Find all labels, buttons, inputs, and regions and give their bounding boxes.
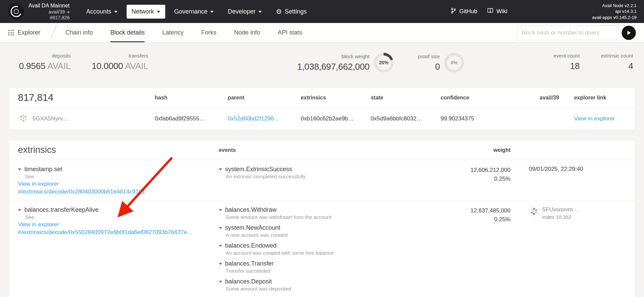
runtime-version[interactable]: avail/39 xyxy=(28,9,70,15)
summary-event-count: event count 18 xyxy=(554,53,580,71)
column-state: state xyxy=(371,95,441,101)
chevron-down-icon[interactable] xyxy=(18,168,21,170)
wiki-link[interactable]: Wiki xyxy=(487,8,507,15)
search-go-button[interactable] xyxy=(622,26,636,40)
summary-extrinsic-count: extrinsic count 4 xyxy=(601,53,633,71)
event-name: system.ExtrinsicSuccess xyxy=(225,166,292,173)
column-extrinsics: extrinsics xyxy=(301,95,371,101)
best-block-number: #817,826 xyxy=(28,15,70,21)
play-icon xyxy=(626,30,631,36)
top-nav: Avail DA Mainnet avail/39 #817,826 Accou… xyxy=(0,0,644,23)
extrinsic-decode-link[interactable]: #/extrinsics/decode/0x55028400972e6b0f1d… xyxy=(18,229,219,236)
column-runtime: avail/39 xyxy=(508,95,559,101)
column-parent: parent xyxy=(228,95,301,101)
parent-hash-link[interactable]: 0x52d60bd2f1296… xyxy=(228,115,301,122)
block-search-input[interactable] xyxy=(517,25,618,40)
extrinsic-row: timestamp.set See View in explorer #/ext… xyxy=(9,160,635,201)
block-table-row: 5GXA5Nyrv… 0xfab6ad9f29555… 0x52d60bd2f1… xyxy=(9,108,635,130)
menu-network[interactable]: Network xyxy=(127,5,165,19)
divider-slash xyxy=(49,24,58,41)
tab-chain-info[interactable]: Chain info xyxy=(65,23,93,42)
chevron-down-icon xyxy=(157,11,160,13)
book-icon xyxy=(487,8,493,15)
event-description: An extrinsic completed successfully xyxy=(226,174,429,179)
tab-node-info[interactable]: Node info xyxy=(234,23,260,42)
weight-value: 12,606,212,000 xyxy=(428,166,510,175)
event-item: balances.Endowed An account was created … xyxy=(219,242,429,256)
menu-accounts[interactable]: Accounts xyxy=(81,5,123,19)
block-search xyxy=(517,25,636,40)
identicon xyxy=(529,206,539,218)
chain-info: Avail DA Mainnet avail/39 #817,826 xyxy=(28,2,70,21)
section-explorer[interactable]: Explorer xyxy=(8,29,40,36)
event-name: balances.Deposit xyxy=(225,278,272,285)
chevron-down-icon[interactable] xyxy=(219,281,222,283)
event-description: Some amount was withdrawn from the accou… xyxy=(226,214,429,220)
event-name: system.NewAccount xyxy=(225,224,280,231)
view-in-explorer-link[interactable]: View in explorer xyxy=(559,115,626,122)
state-root: 0x5d9a6bbfc8032… xyxy=(371,115,441,122)
extrinsic-explorer-link[interactable]: View in explorer xyxy=(18,181,219,187)
tab-latency[interactable]: Latency xyxy=(162,23,184,42)
proof-size-donut: 0% xyxy=(444,53,464,72)
event-item: balances.Transfer Transfer succeeded xyxy=(219,260,429,274)
chevron-down-icon[interactable] xyxy=(219,263,222,265)
event-item: balances.Withdraw Some amount was withdr… xyxy=(219,206,429,220)
extrinsic-signer-cell: 5FUvsovvm… index 10,352 xyxy=(511,206,626,297)
block-author: 5GXA5Nyrv… xyxy=(18,113,155,125)
chevron-down-icon[interactable] xyxy=(219,209,222,211)
events-cell: system.ExtrinsicSuccess An extrinsic com… xyxy=(219,166,429,195)
grid-icon xyxy=(8,30,14,36)
menu-settings[interactable]: ⚙ Settings xyxy=(271,5,312,19)
explorer-tabs: Chain info Block details Latency Forks N… xyxy=(65,23,302,42)
extrinsics-title: extrinsics xyxy=(18,145,219,155)
avail-logo-icon[interactable] xyxy=(8,3,24,20)
event-description: An account was created with some free ba… xyxy=(226,250,429,256)
main-menu: Accounts Network Governance Developer ⚙ … xyxy=(81,5,312,19)
summary-block-weight: block weight 1,038,697,662,000 20% xyxy=(297,53,393,72)
top-right-links: GitHub Wiki Avail Node v2.2.1 api v14.3.… xyxy=(451,3,637,21)
event-item: balances.Deposit Some amount was deposit… xyxy=(219,278,429,292)
chevron-down-icon[interactable] xyxy=(219,245,222,247)
summary-proof-size: proof size 0 0% xyxy=(418,53,464,72)
menu-governance[interactable]: Governance xyxy=(169,5,219,19)
block-hash: 0xfab6ad9f29555… xyxy=(155,115,228,122)
api-version: api v14.3.1 xyxy=(592,8,637,15)
chain-name: Avail DA Mainnet xyxy=(28,2,70,9)
extrinsic-method: balances.transferKeepAlive xyxy=(24,206,99,213)
column-hash: hash xyxy=(155,95,228,101)
summary-deposits: deposits 0.9565 AVAIL xyxy=(19,53,71,71)
weight-cell: 12,606,212,000 0.25% xyxy=(428,166,510,195)
event-name: balances.Transfer xyxy=(225,260,274,267)
confidence-value: 99.90234375 xyxy=(441,115,508,122)
tab-forks[interactable]: Forks xyxy=(201,23,216,42)
extrinsic-see: See xyxy=(25,174,219,179)
chevron-down-icon[interactable] xyxy=(219,227,222,229)
column-confidence: confidence xyxy=(441,95,508,101)
extrinsic-decode-link[interactable]: #/extrinsics/decode/0x280403000b61e4014c… xyxy=(18,188,219,195)
tab-api-stats[interactable]: API stats xyxy=(278,23,302,42)
event-description: A new account was created xyxy=(226,232,429,238)
chevron-down-icon xyxy=(258,11,262,13)
event-description: Some amount was deposited xyxy=(226,286,429,292)
event-description: Transfer succeeded xyxy=(226,268,429,274)
tab-block-details[interactable]: Block details xyxy=(110,23,145,42)
column-events: events xyxy=(219,147,429,153)
column-explorer-link: explorer link xyxy=(559,95,626,101)
version-info: Avail Node v2.2.1 api v14.3.1 avail-apps… xyxy=(592,3,637,21)
extrinsic-explorer-link[interactable]: View in explorer xyxy=(18,221,219,228)
chevron-down-icon[interactable] xyxy=(18,209,21,211)
github-link[interactable]: GitHub xyxy=(451,7,477,16)
block-author-address: 5GXA5Nyrv… xyxy=(33,115,69,122)
weight-value: 12,637,485,000 xyxy=(428,206,510,215)
event-item: system.ExtrinsicSuccess An extrinsic com… xyxy=(219,166,429,179)
extrinsics-root: 0xb160c62b2ae9b… xyxy=(301,115,371,122)
event-name: balances.Endowed xyxy=(225,242,277,249)
apps-version: avail-apps v0.145.2-19 xyxy=(592,15,637,21)
git-branch-icon xyxy=(451,7,456,16)
extrinsic-see: See xyxy=(25,214,219,220)
chevron-down-icon[interactable] xyxy=(219,168,222,170)
event-name: balances.Withdraw xyxy=(225,206,277,213)
menu-developer[interactable]: Developer xyxy=(223,5,267,19)
gear-icon: ⚙ xyxy=(276,8,282,15)
